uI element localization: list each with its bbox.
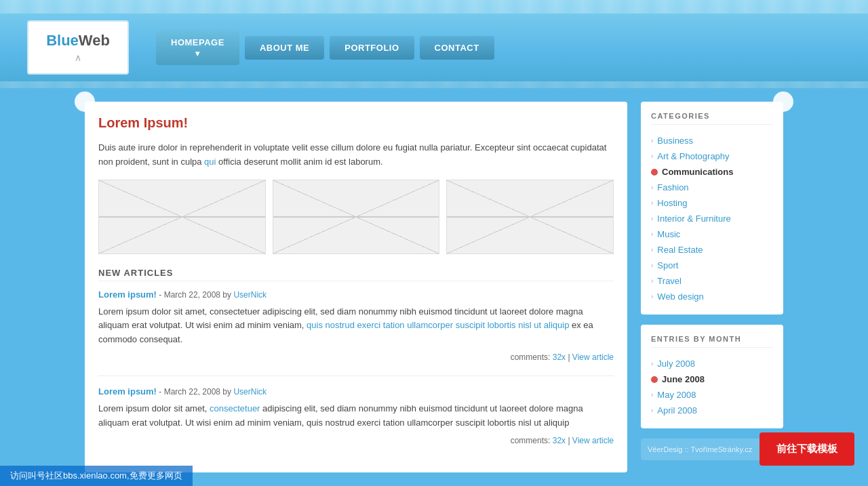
list-item: › Music: [651, 226, 773, 242]
list-item: › Business: [651, 133, 773, 148]
article-2-title-link[interactable]: Lorem ipsum!: [98, 386, 157, 397]
arrow-icon: ›: [651, 230, 653, 238]
article-2-body-link[interactable]: consectetuer: [210, 403, 260, 413]
category-travel[interactable]: Travel: [657, 276, 682, 286]
article-1-comment-count[interactable]: 32x: [553, 352, 566, 362]
arrow-icon: ›: [651, 137, 653, 144]
category-hosting[interactable]: Hosting: [657, 198, 687, 208]
category-communications[interactable]: Communications: [662, 167, 733, 177]
months-title: ENTRIES BY MONTH: [651, 335, 773, 348]
category-sport[interactable]: Sport: [657, 260, 678, 270]
header: BlueWeb ∧ HOMEPAGE ABOUT ME PORTFOLIO CO…: [0, 0, 868, 88]
list-item: › Fashion: [651, 180, 773, 195]
arrow-icon: ›: [651, 184, 653, 191]
logo-box: BlueWeb ∧: [27, 20, 129, 75]
arrow-icon: ›: [651, 262, 653, 269]
list-item: June 2008: [651, 371, 773, 387]
circle-decoration-left: [75, 92, 95, 112]
list-item: › Real Estate: [651, 242, 773, 258]
gallery-image-3: [446, 180, 614, 254]
article-2-comments-label: comments:: [511, 436, 551, 445]
category-web-design[interactable]: Web design: [657, 291, 703, 302]
category-music[interactable]: Music: [657, 229, 680, 239]
sidebar-footer-line1: VéerDesig :: TvořímeStránky.cz: [648, 445, 776, 453]
category-art-photography[interactable]: Art & Photography: [657, 151, 729, 161]
arrow-icon: ›: [651, 199, 653, 207]
arrow-icon: ›: [651, 360, 653, 367]
month-july-2008[interactable]: July 2008: [657, 359, 695, 369]
article-item-1: Lorem ipsum! - March 22, 2008 by UserNic…: [98, 289, 614, 362]
arrow-icon: ›: [651, 246, 653, 254]
active-dot-icon: [651, 169, 658, 176]
month-april-2008[interactable]: April 2008: [657, 405, 697, 416]
article-1-view-link[interactable]: View article: [572, 352, 614, 362]
list-item: › May 2008: [651, 387, 773, 403]
list-item: › April 2008: [651, 403, 773, 418]
article-2-footer: comments: 32x | View article: [98, 436, 614, 445]
wave-bottom-decoration: [0, 81, 868, 88]
list-item: › Sport: [651, 258, 773, 273]
categories-box: CATEGORIES › Business › Art & Photograph…: [641, 102, 783, 315]
arrow-icon: ›: [651, 153, 653, 160]
download-button[interactable]: 前往下载模板: [760, 432, 854, 466]
list-item: › Web design: [651, 289, 773, 304]
month-june-2008[interactable]: June 2008: [662, 374, 705, 384]
nav-contact[interactable]: CONTACT: [420, 36, 494, 60]
post-title: Lorem Ipsum!: [98, 115, 614, 131]
gallery-image-2: [273, 180, 440, 254]
article-2-body: Lorem ipsum dolor sit amet, consectetuer…: [98, 402, 614, 430]
article-2-author-link[interactable]: UserNick: [233, 387, 267, 397]
category-interior-furniture[interactable]: Interior & Furniture: [657, 214, 730, 224]
article-1-date: March 22, 2008: [164, 290, 220, 300]
article-2-view-link[interactable]: View article: [572, 436, 614, 445]
months-box: ENTRIES BY MONTH › July 2008 June 2008 ›…: [641, 325, 783, 428]
article-1-author-link[interactable]: UserNick: [233, 290, 267, 300]
wave-decoration: [0, 0, 868, 14]
active-dot-icon: [651, 376, 658, 383]
months-list: › July 2008 June 2008 › May 2008 › April…: [651, 356, 773, 418]
arrow-icon: ›: [651, 407, 653, 414]
sidebar: CATEGORIES › Business › Art & Photograph…: [641, 102, 783, 472]
article-1-body-link[interactable]: quis nostrud exerci tation ullamcorper s…: [307, 320, 569, 330]
article-1-body: Lorem ipsum dolor sit amet, consectetuer…: [98, 305, 614, 347]
list-item: › Travel: [651, 273, 773, 289]
logo-text: BlueWeb: [46, 32, 110, 49]
watermark: 访问叫号社区bbs.xienlao.com,免费更多网页: [0, 466, 193, 486]
category-real-estate[interactable]: Real Estate: [657, 245, 703, 255]
nav-homepage[interactable]: HOMEPAGE: [156, 31, 239, 65]
nav-portfolio[interactable]: PORTFOLIO: [330, 36, 414, 60]
new-articles-title: NEW ARTICLES: [98, 268, 614, 281]
article-1-footer: comments: 32x | View article: [98, 352, 614, 362]
list-item: › Interior & Furniture: [651, 211, 773, 226]
article-2-comment-count[interactable]: 32x: [553, 436, 566, 445]
categories-list: › Business › Art & Photography Communica…: [651, 133, 773, 304]
arrow-icon: ›: [651, 293, 653, 300]
main-nav: HOMEPAGE ABOUT ME PORTFOLIO CONTACT: [156, 31, 494, 65]
article-meta-2: Lorem ipsum! - March 22, 2008 by UserNic…: [98, 386, 614, 397]
post-body: Duis aute irure dolor in reprehenderit i…: [98, 141, 614, 169]
arrow-icon: ›: [651, 215, 653, 222]
list-item: › Art & Photography: [651, 148, 773, 164]
circle-decoration-right: [773, 92, 793, 112]
month-may-2008[interactable]: May 2008: [657, 390, 696, 400]
article-1-title-link[interactable]: Lorem ipsum!: [98, 289, 157, 300]
article-meta-1: Lorem ipsum! - March 22, 2008 by UserNic…: [98, 289, 614, 300]
image-gallery: [98, 180, 614, 254]
list-item: › Hosting: [651, 195, 773, 211]
list-item: Communications: [651, 164, 773, 180]
arrow-icon: ›: [651, 277, 653, 285]
article-1-comments-label: comments:: [511, 352, 551, 362]
article-2-date: March 22, 2008: [164, 387, 220, 397]
category-business[interactable]: Business: [657, 136, 693, 146]
logo-arrow: ∧: [75, 52, 81, 63]
article-item-2: Lorem ipsum! - March 22, 2008 by UserNic…: [98, 386, 614, 445]
main-content: Lorem Ipsum! Duis aute irure dolor in re…: [85, 102, 627, 472]
post-body-link[interactable]: qui: [204, 157, 216, 167]
logo-white: Web: [79, 32, 110, 49]
list-item: › July 2008: [651, 356, 773, 371]
nav-about[interactable]: ABOUT ME: [245, 36, 324, 60]
category-fashion[interactable]: Fashion: [657, 182, 688, 193]
categories-title: CATEGORIES: [651, 112, 773, 125]
article-divider: [98, 376, 614, 376]
logo-blue: Blue: [46, 32, 79, 49]
